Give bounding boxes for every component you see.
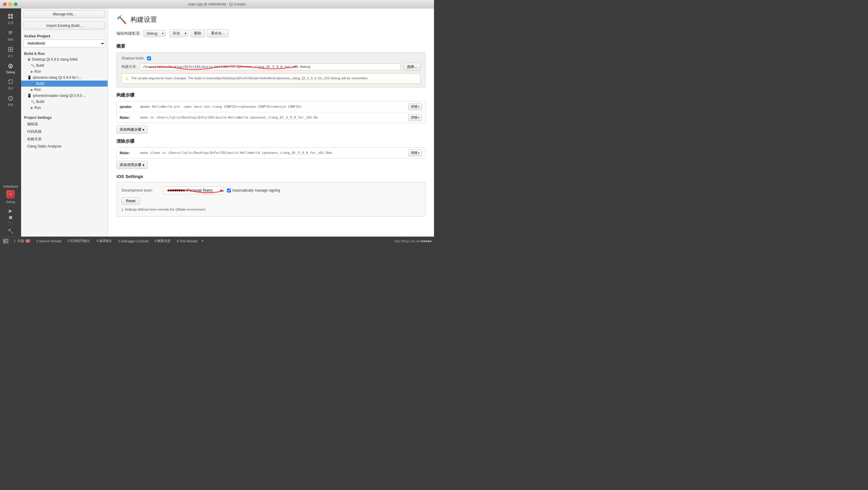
tree-item-simulator-build-label: Build — [36, 99, 44, 104]
manage-kits-button[interactable]: Manage Kits... — [24, 10, 105, 18]
qmake-details-arrow: ▾ — [418, 105, 420, 108]
app-output-label: 3 应用程序输出 — [67, 239, 90, 243]
sidebar-item-debug[interactable]: Debug — [1, 61, 20, 76]
settings-editor[interactable]: 编辑器 — [21, 120, 107, 128]
make-details-arrow: ▾ — [418, 116, 420, 119]
tree-item-desktop[interactable]: 🖥 Desktop Qt 5.9.0 clang 64bit — [21, 56, 107, 62]
active-project-select-row: HelloWorld — [24, 39, 105, 47]
svg-rect-19 — [5, 241, 8, 241]
status-tab-app-output[interactable]: 3 应用程序输出 — [64, 238, 93, 244]
project-icon-badge: H — [6, 190, 15, 199]
stop-button[interactable]: ⏹ — [8, 215, 13, 220]
sidebar-item-edit[interactable]: 编辑 — [1, 27, 20, 44]
sidebar-item-design[interactable]: 设计 — [1, 44, 20, 60]
tree-item-iphoneos-build-label: Build — [36, 82, 44, 86]
status-tab-search[interactable]: 2 Search Results — [33, 238, 64, 244]
clean-steps-table: Make: make clean in /Users/lqlin/Desktop… — [116, 147, 426, 158]
active-project-dropdown[interactable]: HelloWorld — [24, 39, 105, 47]
build-dir-label: 构建目录: — [121, 64, 137, 69]
minimize-btn[interactable] — [8, 2, 12, 6]
welcome-label: 欢迎 — [7, 21, 13, 25]
svg-rect-20 — [5, 242, 8, 243]
dev-team-select-container: ■■■■■■■■ (Personal Team) — [164, 186, 224, 194]
step-button[interactable]: ⬛ — [8, 222, 13, 226]
status-tab-general[interactable]: 6 概要信息 — [152, 238, 174, 244]
sidebar-item-project[interactable]: 项目 — [1, 76, 20, 92]
svg-rect-17 — [4, 239, 5, 243]
ios-settings-title: iOS Settings — [116, 174, 426, 179]
import-build-button[interactable]: Import Existing Build... — [24, 22, 105, 30]
status-tab-test[interactable]: 8 Test Results — [174, 238, 200, 244]
add-config-arrow[interactable]: ▾ — [183, 30, 188, 36]
sidebar-item-help[interactable]: ? 帮助 — [1, 93, 20, 109]
tree-item-desktop-build[interactable]: 🔨 Build — [21, 62, 107, 68]
make-details-button[interactable]: 详情 ▾ — [408, 114, 422, 121]
shadow-build-row: Shadow build: — [121, 56, 421, 60]
build-dir-input-container — [140, 63, 401, 70]
browse-button[interactable]: 选择... — [404, 63, 421, 71]
add-clean-step-button[interactable]: 添加清理步骤 ▾ — [116, 161, 148, 169]
icon-bar: 欢迎 编辑 设计 — [0, 8, 21, 236]
tree-item-iphoneos-build[interactable]: 🔨 Build — [21, 81, 107, 87]
general-label: 6 概要信息 — [155, 239, 170, 243]
test-label: 8 Test Results — [177, 239, 197, 243]
shadow-build-checkbox[interactable] — [147, 56, 151, 60]
project-label: 项目 — [7, 86, 13, 90]
clean-make-details-button[interactable]: 详情 ▾ — [408, 149, 422, 156]
auto-sign-label: Automatically manage signing — [227, 188, 280, 193]
svg-rect-0 — [8, 14, 10, 16]
close-btn[interactable] — [3, 2, 7, 6]
run-button[interactable]: ▶ — [9, 208, 12, 213]
svg-rect-1 — [11, 14, 13, 16]
delete-config-button[interactable]: 删除 — [190, 29, 205, 37]
status-tab-build-output[interactable]: 4 编译输出 — [93, 238, 115, 244]
tree-item-desktop-run[interactable]: ▶ Run — [21, 68, 107, 75]
settings-clang[interactable]: Clang Static Analyzer — [21, 143, 107, 150]
status-more-arrow[interactable]: ▾ — [202, 239, 204, 243]
status-tab-issues[interactable]: 1 问题 1 — [11, 238, 33, 244]
clean-steps-title: 清除步骤 — [116, 139, 426, 144]
window-controls — [3, 2, 18, 6]
clean-details-arrow: ▾ — [418, 151, 420, 154]
design-icon — [7, 46, 14, 53]
tree-item-iphoneos[interactable]: 📱 iphoneos-clang Qt 5.9.0 for i... — [21, 75, 107, 81]
info-row: ℹ Settings defined here override the QMa… — [121, 208, 421, 212]
add-build-step-button[interactable]: 添加构建步骤 ▾ — [116, 125, 148, 134]
add-btn-group: 添加 ▾ — [169, 29, 188, 37]
status-tab-debugger[interactable]: 5 Debugger Console — [115, 238, 152, 244]
tree-item-desktop-build-label: Build — [36, 63, 44, 67]
project-icon — [7, 78, 14, 85]
info-text: Settings defined here override the QMake… — [125, 208, 206, 211]
auto-sign-checkbox[interactable] — [227, 189, 231, 193]
dev-team-row: Development team: ■■■■■■■■ (Personal Tea… — [121, 186, 421, 194]
qmake-details-button[interactable]: 详情 ▾ — [408, 103, 422, 110]
config-value[interactable]: Debug — [144, 30, 160, 37]
build-dir-input[interactable] — [140, 63, 401, 70]
config-dropdown-arrow[interactable]: ▾ — [160, 30, 166, 36]
tree-item-simulator-label: iphonesimulator-clang Qt 5.9.0 ... — [33, 93, 86, 98]
build-hammer-button[interactable]: 🔨 — [7, 228, 13, 234]
sidebar: Manage Kits... Import Existing Build... … — [21, 8, 108, 236]
svg-rect-18 — [5, 239, 8, 240]
add-config-button[interactable]: 添加 — [169, 29, 183, 37]
maximize-btn[interactable] — [14, 2, 18, 6]
build-run-section: Build & Run — [21, 50, 107, 56]
tree-item-desktop-label: Desktop Qt 5.9.0 clang 64bit — [32, 57, 78, 62]
reset-button[interactable]: Reset — [121, 197, 140, 205]
sidebar-item-welcome[interactable]: 欢迎 — [1, 11, 20, 27]
rename-config-button[interactable]: 重命名... — [207, 29, 229, 37]
tree-item-simulator-run-label: Run — [34, 106, 41, 110]
help-label: 帮助 — [7, 103, 13, 107]
svg-rect-6 — [8, 33, 11, 34]
tree-item-simulator[interactable]: 📱 iphonesimulator-clang Qt 5.9.0 ... — [21, 93, 107, 99]
settings-code-style[interactable]: 代码风格 — [21, 128, 107, 136]
tree-item-iphoneos-run[interactable]: ▶ Run — [21, 87, 107, 93]
sidebar-toggle[interactable] — [2, 238, 9, 244]
phone-icon-simulator: 📱 — [27, 93, 32, 98]
window-title: main.cpp @ HelloWorld - Qt Creator — [188, 2, 246, 6]
settings-dependencies[interactable]: 依赖关系 — [21, 136, 107, 143]
dev-team-select[interactable]: ■■■■■■■■ (Personal Team) — [164, 186, 224, 194]
config-label: 编辑构建配置: — [116, 31, 141, 36]
tree-item-simulator-build[interactable]: 🔨 Build — [21, 99, 107, 105]
tree-item-simulator-run[interactable]: ▶ Run — [21, 105, 107, 111]
